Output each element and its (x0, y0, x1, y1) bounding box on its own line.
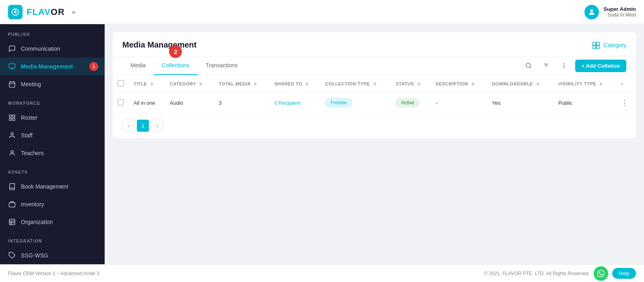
col-visibility-type: VISIBILITY TYPE ⇅ (553, 75, 616, 93)
content-area: Media Management Category Media Collecti… (105, 24, 644, 264)
col-collection-type: COLLECTION TYPE ⇅ (320, 75, 391, 93)
col-description: DESCRIPTION ⇅ (431, 75, 487, 93)
status-badge: Active (396, 98, 419, 107)
col-status: STATUS ⇅ (391, 75, 431, 93)
calendar-icon (8, 80, 16, 88)
svg-rect-10 (13, 115, 15, 117)
row-description: - (431, 93, 487, 113)
sidebar-item-roster[interactable]: Roster (0, 109, 105, 126)
tabs: Media Collections 2 Transactions (122, 56, 246, 75)
search-button[interactable] (522, 59, 535, 72)
collapse-icon[interactable]: « (72, 8, 76, 16)
col-total-media: TOTAL MEDIA ⇅ (214, 75, 270, 93)
grid-icon (8, 114, 16, 122)
footer-version: Flavor CRM Version 1 – Advanced mode 3 (8, 271, 99, 276)
downloadable-sort-icon[interactable]: ⇅ (536, 82, 540, 86)
step-badge-1: 1 (89, 62, 98, 71)
more-options-button[interactable] (557, 59, 570, 72)
col-checkbox (113, 75, 129, 93)
pagination: ‹ 1 › (113, 113, 636, 138)
svg-rect-21 (593, 42, 596, 45)
sidebar-item-book-management[interactable]: Book Management (0, 178, 105, 195)
footer-copyright: © 2021, FLAVOR PTE. LTD. All Rights Rese… (484, 271, 590, 276)
category-sort-icon[interactable]: ⇅ (199, 82, 202, 86)
sidebar-item-teachers[interactable]: Teachers (0, 144, 105, 162)
user-org: Soda In Mind (604, 12, 636, 18)
person-icon (8, 131, 16, 139)
main-layout: PUBLISH Communication Media Management 1 (0, 24, 644, 264)
row-checkbox[interactable] (118, 99, 124, 106)
row-more-button[interactable]: ⋮ (621, 98, 628, 107)
page-title: Media Management (122, 40, 196, 50)
next-page-button[interactable]: › (151, 120, 163, 132)
tab-collections[interactable]: Collections 2 (154, 56, 197, 75)
status-sort-icon[interactable]: ⇅ (417, 82, 421, 86)
prev-page-button[interactable]: ‹ (122, 120, 134, 132)
tabs-row: Media Collections 2 Transactions (113, 56, 636, 75)
user-role: Super Admin (604, 6, 636, 12)
sidebar-item-media-management[interactable]: Media Management 1 (0, 58, 105, 75)
tab-transactions[interactable]: Transactions (198, 56, 246, 75)
row-actions-cell: ⋮ (616, 93, 636, 113)
tab-actions: + Add Colletion (522, 59, 626, 72)
sidebar-item-meeting[interactable]: Meeting (0, 75, 105, 93)
filter-button[interactable] (540, 59, 553, 72)
row-collection-type: Freebie (320, 93, 391, 113)
row-total-media: 3 (214, 93, 270, 113)
svg-line-26 (530, 67, 531, 68)
inventory-label: Inventory (21, 201, 44, 207)
user-info: Super Admin Soda In Mind (604, 6, 636, 18)
sidebar: PUBLISH Communication Media Management 1 (0, 24, 105, 264)
row-status: Active (391, 93, 431, 113)
col-downloadable: DOWNLOADABLE ⇅ (487, 75, 553, 93)
organization-label: Organization (21, 219, 53, 225)
logo-area: FLAVOR « (8, 5, 76, 19)
app-logo-text: FLAVOR (27, 7, 65, 17)
row-shared-to: 0 Recipient (270, 93, 321, 113)
svg-rect-12 (13, 118, 15, 120)
page-1-button[interactable]: 1 (137, 120, 149, 132)
svg-rect-24 (597, 45, 600, 48)
sidebar-section-integration: INTEGRATION (0, 231, 105, 247)
col-shared-to: SHARED TO ⇅ (270, 75, 321, 93)
sidebar-item-staff[interactable]: Staff (0, 126, 105, 144)
book-management-label: Book Management (21, 183, 68, 190)
sidebar-item-organization[interactable]: Organization (0, 213, 105, 231)
sidebar-item-communication[interactable]: Communication (0, 40, 105, 58)
sidebar-item-ssg-wsg[interactable]: SSG-WSG (0, 247, 105, 264)
table-wrapper: TITLE ⇅ CATEGORY ⇅ TOTAL MEDIA ⇅ (113, 75, 636, 113)
logo-icon (8, 5, 23, 19)
sidebar-item-inventory[interactable]: Inventory (0, 195, 105, 213)
recipient-link[interactable]: 0 Recipient (275, 100, 301, 106)
shared-to-sort-icon[interactable]: ⇅ (305, 82, 309, 86)
collection-type-sort-icon[interactable]: ⇅ (373, 82, 377, 86)
chat-icon (8, 45, 16, 53)
add-collection-button[interactable]: + Add Colletion (575, 60, 626, 72)
table-row: All in one Audio 3 0 Recipient Freebie A… (113, 93, 636, 113)
total-media-sort-icon[interactable]: ⇅ (254, 82, 257, 86)
help-button[interactable]: Help (612, 268, 636, 279)
title-sort-icon[interactable]: ⇅ (150, 82, 154, 86)
user-avatar (584, 5, 599, 19)
visibility-sort-icon[interactable]: ⇅ (599, 82, 603, 86)
top-header: FLAVOR « Super Admin Soda In Mind (0, 0, 644, 24)
tab-media[interactable]: Media (122, 56, 154, 75)
category-button[interactable]: Category (592, 41, 626, 49)
teachers-label: Teachers (21, 150, 44, 156)
row-category: Audio (165, 93, 214, 113)
meeting-label: Meeting (21, 81, 41, 87)
user-area: Super Admin Soda In Mind (584, 5, 636, 19)
svg-point-30 (564, 64, 564, 64)
main-card: Media Management Category Media Collecti… (113, 32, 636, 138)
row-title: All in one (129, 93, 165, 113)
row-checkbox-cell (113, 93, 129, 113)
svg-point-32 (564, 67, 564, 68)
collections-table: TITLE ⇅ CATEGORY ⇅ TOTAL MEDIA ⇅ (113, 75, 636, 113)
svg-point-25 (526, 63, 530, 68)
whatsapp-button[interactable] (594, 266, 608, 281)
svg-point-1 (14, 11, 17, 13)
puzzle-icon (8, 251, 16, 259)
table-icon (8, 218, 16, 226)
description-sort-icon[interactable]: ⇅ (471, 82, 475, 86)
header-checkbox[interactable] (118, 80, 124, 87)
